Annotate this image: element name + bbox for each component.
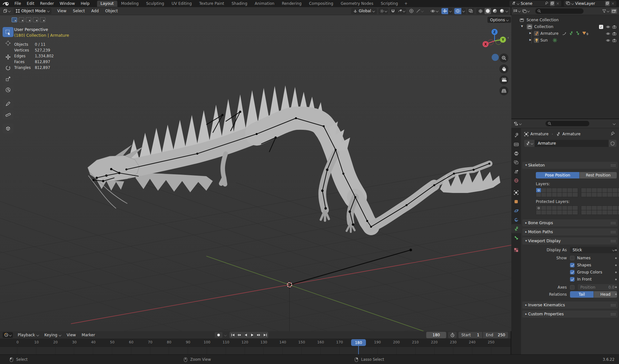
panel-header-viewport-display[interactable]: ▼Viewport Display xyxy=(522,237,618,244)
expand-arrow-icon[interactable]: ▼ xyxy=(520,25,524,28)
select-mode-invert-icon[interactable] xyxy=(33,17,38,22)
pin-icon[interactable] xyxy=(545,1,548,6)
tool-scale[interactable] xyxy=(3,74,14,84)
panel-header-skeleton[interactable]: ▼ Skeleton xyxy=(522,162,618,169)
tool-transform[interactable] xyxy=(3,85,14,95)
sidebar-collapse-arrow[interactable]: ‹ xyxy=(507,35,509,40)
breadcrumb-object[interactable]: Armature xyxy=(530,132,548,136)
menu-object[interactable]: Object xyxy=(102,9,121,13)
tab-view-layer[interactable] xyxy=(511,158,521,167)
rest-position-button[interactable]: Rest Position xyxy=(579,172,617,178)
copy-icon[interactable] xyxy=(550,1,555,6)
outliner-row-armature[interactable]: ▶ Armature 9 xyxy=(511,30,619,37)
filter-button[interactable] xyxy=(602,9,609,13)
proportional-falloff-dropdown[interactable] xyxy=(415,8,425,14)
in-front-checkbox[interactable] xyxy=(570,277,575,282)
pin-icon[interactable] xyxy=(611,131,615,137)
prev-keyframe-button[interactable] xyxy=(236,332,242,338)
editor-type-button[interactable] xyxy=(514,122,521,126)
use-preview-range-button[interactable] xyxy=(448,332,457,338)
start-frame-field[interactable]: Start 1 xyxy=(458,332,482,338)
animate-dot[interactable] xyxy=(615,293,617,295)
shading-solid-button[interactable] xyxy=(485,8,491,14)
axes-position-slider[interactable]: Position 0.0 xyxy=(578,284,617,290)
workspace-tab[interactable]: Modeling xyxy=(118,1,142,7)
tool-move[interactable] xyxy=(3,52,14,62)
select-mode-new-icon[interactable] xyxy=(12,17,17,22)
head-button[interactable]: Head xyxy=(594,291,617,298)
options-dropdown[interactable]: Options xyxy=(487,17,511,23)
menu-marker[interactable]: Marker xyxy=(79,333,98,337)
menu-select[interactable]: Select xyxy=(70,9,88,13)
axes-checkbox[interactable] xyxy=(570,285,575,290)
tool-annotate[interactable] xyxy=(3,99,14,109)
editor-type-button[interactable] xyxy=(3,332,13,338)
blender-logo-icon[interactable] xyxy=(3,1,10,6)
viewport-canvas[interactable] xyxy=(0,15,511,331)
pivot-point-dropdown[interactable] xyxy=(378,8,388,14)
object-visibility-dropdown[interactable] xyxy=(429,8,439,14)
workspace-tab[interactable]: Geometry Nodes xyxy=(337,1,377,7)
gizmo-options-dropdown[interactable] xyxy=(448,8,453,14)
tab-texture[interactable] xyxy=(511,245,521,254)
tab-bone[interactable] xyxy=(511,233,521,242)
panel-grip-icon[interactable] xyxy=(611,164,616,167)
protected-layers-grid-right[interactable] xyxy=(581,206,619,215)
eye-icon[interactable] xyxy=(606,25,610,29)
menu-view[interactable]: View xyxy=(54,9,70,13)
workspace-tab[interactable]: Sculpting xyxy=(142,1,168,7)
tab-modifiers[interactable] xyxy=(511,197,521,206)
layers-grid-right[interactable] xyxy=(581,188,619,197)
current-frame-field[interactable]: 180 xyxy=(426,332,446,338)
panel-header-motion-paths[interactable]: ▶Motion Paths xyxy=(522,228,618,235)
app-menu-item[interactable]: Edit xyxy=(24,1,37,6)
layer-cell[interactable] xyxy=(536,188,541,192)
fake-user-shield-button[interactable] xyxy=(609,140,616,147)
playhead[interactable]: 180 xyxy=(351,339,366,346)
armature-data-dropdown[interactable] xyxy=(524,140,535,147)
workspace-tab[interactable]: Rendering xyxy=(278,1,305,7)
proportional-editing-toggle[interactable] xyxy=(408,8,415,14)
editor-type-button[interactable] xyxy=(2,8,12,14)
timeline-ruler[interactable]: 0102030405060708090100110120130140150160… xyxy=(0,339,511,347)
tool-select-box[interactable] xyxy=(3,27,14,37)
camera-icon[interactable] xyxy=(612,32,616,35)
jump-to-end-button[interactable] xyxy=(262,332,268,338)
viewlayer-selector[interactable]: ViewLayer × xyxy=(564,1,616,6)
workspace-tab[interactable]: Animation xyxy=(251,1,278,7)
menu-view[interactable]: View xyxy=(64,333,79,337)
panel-grip-icon[interactable] xyxy=(611,222,616,225)
panel-header-custom-properties[interactable]: ▶Custom Properties xyxy=(522,311,618,318)
timeline-tracks[interactable] xyxy=(0,347,511,354)
play-reverse-button[interactable] xyxy=(242,332,249,338)
select-mode-subtract-icon[interactable] xyxy=(26,17,31,22)
shading-material-button[interactable] xyxy=(492,8,498,14)
ortho-perspective-button[interactable] xyxy=(499,86,508,95)
tab-render[interactable] xyxy=(511,140,521,149)
tool-rotate[interactable] xyxy=(3,63,14,73)
auto-keying-button[interactable] xyxy=(215,332,222,338)
tab-output[interactable] xyxy=(511,149,521,158)
workspace-tab[interactable]: Compositing xyxy=(305,1,337,7)
protected-layers-grid-left[interactable] xyxy=(536,206,578,215)
pan-hand-button[interactable] xyxy=(499,64,508,73)
panel-header-bone-groups[interactable]: ▶Bone Groups xyxy=(522,219,618,226)
new-collection-button[interactable] xyxy=(611,9,617,14)
copy-icon[interactable] xyxy=(605,1,610,6)
properties-options-chevron[interactable] xyxy=(613,122,615,125)
snap-options-dropdown[interactable] xyxy=(396,8,406,14)
display-mode-button[interactable] xyxy=(522,9,529,13)
tab-world[interactable] xyxy=(511,176,521,185)
breadcrumb-data[interactable]: Armature xyxy=(562,132,580,136)
panel-header-inverse-kinematics[interactable]: ▶Inverse Kinematics xyxy=(522,302,618,309)
jump-to-start-button[interactable] xyxy=(230,332,236,338)
tool-cursor[interactable] xyxy=(3,38,14,48)
app-menu-item[interactable]: File xyxy=(12,1,24,6)
app-menu-item[interactable]: Help xyxy=(78,1,92,6)
panel-grip-icon[interactable] xyxy=(611,313,616,316)
panel-grip-icon[interactable] xyxy=(611,231,616,234)
workspace-tab[interactable]: UV Editing xyxy=(168,1,195,7)
workspace-tab[interactable]: Texture Paint xyxy=(196,1,228,7)
eye-icon[interactable] xyxy=(606,39,610,42)
shading-wireframe-button[interactable] xyxy=(477,8,484,14)
